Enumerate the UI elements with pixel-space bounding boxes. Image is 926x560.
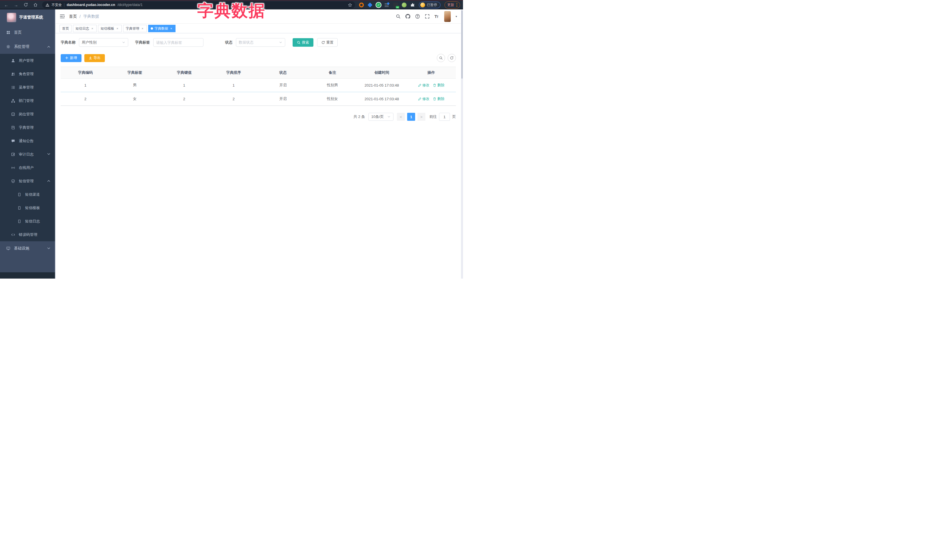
- github-icon[interactable]: [406, 14, 410, 19]
- tab-close-icon[interactable]: [141, 25, 144, 32]
- search-icon: [297, 41, 301, 44]
- page-scrollbar[interactable]: [461, 9, 463, 279]
- tab-close-icon[interactable]: [116, 25, 119, 32]
- export-button[interactable]: 导出: [84, 54, 105, 62]
- page-number-1[interactable]: 1: [407, 113, 415, 121]
- browser-back-icon[interactable]: ←: [3, 3, 9, 8]
- chevron-down-icon: [279, 41, 282, 44]
- add-button[interactable]: 新增: [61, 54, 82, 62]
- address-bar[interactable]: 不安全 dashboard.yudao.iocoder.cn /dict/typ…: [42, 2, 355, 8]
- sidebar-item-user-management[interactable]: 用户管理: [0, 54, 55, 67]
- extension-blue-diamond-icon[interactable]: [368, 2, 372, 7]
- update-label: 更新: [447, 3, 454, 8]
- chat-bubble-icon: [11, 139, 15, 143]
- mobile-icon: [17, 206, 21, 210]
- header-search-icon[interactable]: [396, 14, 401, 19]
- sidebar-item-post-management[interactable]: 岗位管理: [0, 107, 55, 121]
- sidebar-item-notice[interactable]: 通知公告: [0, 134, 55, 148]
- search-button[interactable]: 搜索: [293, 38, 313, 47]
- app-title: 芋道管理系统: [19, 15, 43, 20]
- profile-paused-badge[interactable]: 已暂停: [419, 2, 440, 8]
- fullscreen-icon[interactable]: [425, 14, 430, 19]
- font-size-icon[interactable]: TT: [434, 14, 438, 19]
- sidebar-collapse-icon[interactable]: [59, 14, 65, 19]
- sidebar-item-role-management[interactable]: 角色管理: [0, 67, 55, 81]
- scrollbar-thumb[interactable]: [461, 10, 463, 78]
- url-host: dashboard.yudao.iocoder.cn: [67, 3, 115, 7]
- browser-menu-kebab-icon[interactable]: [457, 3, 457, 7]
- edit-square-icon: [11, 152, 15, 156]
- edit-link[interactable]: 修改: [418, 97, 430, 101]
- pagination-total: 共 2 条: [354, 114, 365, 119]
- dict-label-input-wrap: [153, 38, 203, 47]
- edit-link[interactable]: 修改: [418, 83, 430, 88]
- reset-button[interactable]: 重置: [317, 38, 338, 47]
- help-icon[interactable]: [415, 14, 420, 19]
- page-size-select[interactable]: 10条/页: [368, 113, 393, 121]
- extensions-puzzle-icon[interactable]: [410, 3, 415, 7]
- shield-check-icon: [11, 179, 15, 183]
- sidebar-item-system-management[interactable]: 系统管理: [0, 39, 55, 54]
- dict-label-input[interactable]: [156, 41, 201, 45]
- browser-forward-icon[interactable]: →: [13, 3, 19, 8]
- sidebar-item-sms-management[interactable]: 短信管理: [0, 174, 55, 188]
- dict-name-select[interactable]: 用户性别: [79, 38, 128, 47]
- sidebar: 芋道管理系统 首页 系统管理 用户管理 角色管理: [0, 9, 56, 279]
- browser-reload-icon[interactable]: [23, 3, 29, 8]
- extension-green-leaf-icon[interactable]: [402, 3, 407, 8]
- chevron-down-icon: [387, 115, 390, 118]
- online-signal-icon: [11, 166, 15, 170]
- refresh-table-button[interactable]: [448, 54, 456, 62]
- browser-update-button[interactable]: 更新: [445, 2, 460, 9]
- screen: ← → 不安全 dashboard.yudao.iocoder.cn /dict…: [0, 0, 463, 279]
- sidebar-item-infrastructure[interactable]: 基础设施: [0, 241, 55, 255]
- status-label: 状态: [225, 40, 233, 45]
- tab-dict-data-active[interactable]: 字典数据: [148, 25, 176, 32]
- extension-orange-icon[interactable]: [359, 3, 364, 8]
- sidebar-item-dict-management[interactable]: 字典管理: [0, 121, 55, 134]
- sidebar-item-online-users[interactable]: 在线用户: [0, 161, 55, 174]
- tab-dict-management[interactable]: 字典管理: [123, 25, 147, 32]
- toggle-search-button[interactable]: [437, 54, 445, 62]
- sidebar-submenu-system: 用户管理 角色管理 菜单管理 部门管理 岗位管理: [0, 54, 55, 241]
- sidebar-item-sms-log[interactable]: 短信日志: [0, 214, 55, 228]
- extension-green-check-icon[interactable]: ✓: [376, 3, 381, 8]
- list-icon: [11, 86, 15, 89]
- refresh-icon: [450, 56, 454, 60]
- sidebar-item-sms-channel[interactable]: 短信渠道: [0, 188, 55, 201]
- sidebar-item-home[interactable]: 首页: [0, 25, 55, 39]
- tab-sms-log[interactable]: 短信日志: [73, 25, 97, 32]
- download-icon: [89, 56, 92, 60]
- gear-icon: [6, 45, 10, 49]
- sidebar-item-error-code[interactable]: 错误码管理: [0, 228, 55, 241]
- sidebar-item-sms-template[interactable]: 短信模板: [0, 201, 55, 214]
- browser-home-icon[interactable]: [32, 3, 38, 8]
- table-row[interactable]: 1 男 1 1 开启 性别男 2021-01-05 17:03:48 修改 删除: [61, 78, 456, 92]
- paused-label: 已暂停: [427, 3, 437, 8]
- extension-on-badge-icon[interactable]: on: [393, 3, 398, 8]
- delete-link[interactable]: 删除: [433, 97, 445, 101]
- table-row[interactable]: 2 女 2 2 开启 性别女 2021-01-05 17:03:48 修改 删除: [61, 92, 456, 106]
- sidebar-item-department-management[interactable]: 部门管理: [0, 94, 55, 107]
- bookmark-star-icon[interactable]: [348, 3, 352, 7]
- breadcrumb-home[interactable]: 首页: [69, 14, 77, 19]
- sidebar-logo-row[interactable]: 芋道管理系统: [0, 9, 55, 25]
- badge-icon: [11, 112, 15, 116]
- security-label[interactable]: 不安全: [51, 3, 62, 8]
- sidebar-item-menu-management[interactable]: 菜单管理: [0, 81, 55, 94]
- tab-close-icon[interactable]: [91, 25, 94, 32]
- profile-emoji-avatar: [420, 3, 425, 8]
- extension-slider-icon[interactable]: [385, 3, 389, 8]
- tab-sms-template[interactable]: 短信模板: [98, 25, 122, 32]
- delete-link[interactable]: 删除: [433, 83, 445, 88]
- prev-page-button[interactable]: <: [397, 113, 405, 121]
- goto-page-input[interactable]: [439, 113, 450, 121]
- next-page-button[interactable]: >: [418, 113, 425, 121]
- chevron-up-icon: [47, 179, 51, 183]
- avatar-caret-down-icon[interactable]: ▾: [455, 15, 457, 18]
- tab-home[interactable]: 首页: [59, 25, 71, 32]
- tab-close-icon[interactable]: [169, 25, 173, 32]
- status-select[interactable]: 数据状态: [236, 38, 285, 47]
- user-avatar[interactable]: [444, 11, 451, 22]
- sidebar-item-audit-log[interactable]: 审计日志: [0, 148, 55, 161]
